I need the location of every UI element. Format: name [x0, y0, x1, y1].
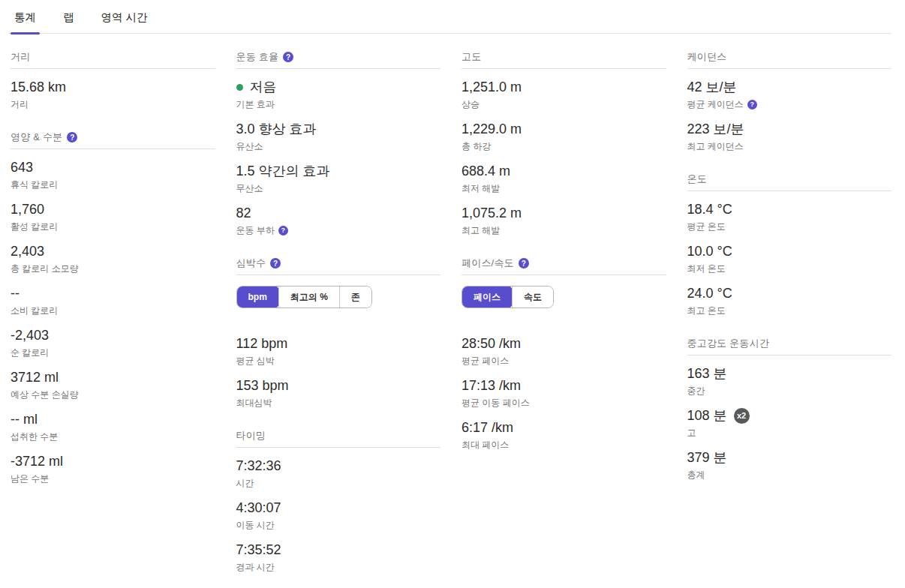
stat-value: 24.0 °C — [687, 285, 892, 302]
section-header-cadence: 케이던스 — [687, 50, 892, 69]
stat-value: 112 bpm — [236, 335, 441, 352]
stat-label-text: 소비 칼로리 — [11, 305, 58, 316]
stat-value: -2,403 — [11, 327, 215, 344]
section-title: 타이밍 — [236, 429, 266, 442]
stat-value-text: 2,403 — [11, 243, 44, 260]
stat-label-text: 평균 온도 — [687, 221, 726, 232]
stat-label-text: 기본 효과 — [236, 99, 275, 110]
tab-laps[interactable]: 랩 — [59, 10, 78, 33]
stat-item: 15.68 km거리 — [11, 79, 215, 110]
help-icon[interactable]: ? — [67, 132, 77, 142]
stat-label-text: 평균 이동 페이스 — [462, 398, 530, 408]
stat-label-text: 시간 — [236, 478, 254, 488]
stat-label-text: 거리 — [11, 99, 29, 110]
section-pace-speed: 페이스/속도?페이스속도28:50 /km평균 페이스17:13 /km평균 이… — [462, 256, 666, 450]
stat-value-text: 18.4 °C — [687, 201, 732, 218]
stat-label: 최대 페이스 — [462, 440, 666, 450]
stat-value: 1.5 약간의 효과 — [236, 163, 441, 180]
toggle-option-pace-speed-unit-1[interactable]: 속도 — [512, 286, 553, 308]
section-elevation: 고도1,251.0 m상승1,229.0 m총 하강688.4 m최저 해발1,… — [462, 50, 666, 236]
stat-label: 상승 — [462, 99, 666, 110]
stat-label-text: 순 칼로리 — [11, 347, 49, 358]
section-title: 온도 — [687, 172, 707, 186]
section-title: 페이스/속도 — [462, 256, 514, 270]
stat-item: 82운동 부하? — [236, 205, 441, 236]
stat-label-text: 최저 해발 — [462, 183, 500, 194]
stat-value-text: 4:30:07 — [236, 500, 281, 517]
help-icon[interactable]: ? — [747, 100, 757, 110]
pace-speed-unit-toggle: 페이스속도 — [462, 286, 554, 308]
stat-label: 평균 이동 페이스 — [462, 398, 666, 408]
help-icon[interactable]: ? — [278, 226, 288, 236]
help-icon[interactable]: ? — [270, 258, 281, 268]
stat-label: 평균 심박 — [236, 356, 441, 366]
section-nutrition-hydration: 영양 & 수분?643휴식 칼로리1,760활성 칼로리2,403총 칼로리 소… — [11, 130, 215, 484]
tab-statistics[interactable]: 통계 — [11, 10, 40, 33]
stat-item: 163 분중간 — [687, 365, 892, 396]
stat-label-text: 휴식 칼로리 — [11, 179, 58, 190]
stat-label-text: 최대심박 — [236, 398, 272, 408]
stat-value-text: -3712 ml — [11, 453, 63, 470]
stat-label-text: 평균 페이스 — [462, 356, 509, 366]
section-temperature: 온도18.4 °C평균 온도10.0 °C최저 온도24.0 °C최고 온도 — [687, 172, 892, 316]
section-distance: 거리15.68 km거리 — [11, 50, 215, 110]
multiplier-badge: x2 — [734, 408, 750, 424]
stat-label: 섭취한 수분 — [11, 431, 215, 442]
stat-value: 223 보/분 — [687, 121, 892, 138]
stat-value: 379 분 — [687, 449, 892, 466]
stats-column-1: 거리15.68 km거리영양 & 수분?643휴식 칼로리1,760활성 칼로리… — [11, 50, 215, 495]
stat-value-text: 108 분 — [687, 407, 727, 424]
stat-value: -- — [11, 285, 215, 302]
stat-value-text: -- ml — [11, 411, 38, 428]
stat-label-text: 평균 케이던스 — [687, 99, 744, 110]
section-header-temperature: 온도 — [687, 172, 892, 191]
stat-label: 평균 케이던스? — [687, 99, 892, 110]
stat-value-text: 7:32:36 — [236, 458, 281, 475]
stat-label-text: 총계 — [687, 470, 705, 480]
stat-value-text: 643 — [11, 159, 33, 176]
stat-item: 42 보/분평균 케이던스? — [687, 79, 892, 110]
stat-item: 7:35:52경과 시간 — [236, 542, 441, 572]
stat-item: 저음기본 효과 — [236, 79, 441, 110]
tab-zone-time[interactable]: 영역 시간 — [98, 10, 152, 33]
stat-item: 108 분x2고 — [687, 407, 892, 438]
help-icon[interactable]: ? — [283, 52, 293, 62]
stat-item: 1.5 약간의 효과무산소 — [236, 163, 441, 194]
stat-label-text: 상승 — [462, 99, 480, 110]
toggle-option-heart-rate-unit-1[interactable]: 최고의 % — [278, 286, 339, 308]
stat-label: 평균 페이스 — [462, 356, 666, 366]
stat-value-text: 24.0 °C — [687, 285, 732, 302]
stat-value: 6:17 /km — [462, 419, 666, 436]
stat-value-text: -- — [11, 285, 20, 302]
toggle-option-pace-speed-unit-0[interactable]: 페이스 — [462, 286, 513, 308]
section-title: 심박수 — [236, 256, 266, 270]
stat-item: 1,251.0 m상승 — [462, 79, 666, 110]
stat-value: 163 분 — [687, 365, 892, 382]
stat-value-text: 저음 — [250, 79, 277, 96]
stat-label-text: 최고 온도 — [687, 305, 726, 316]
stat-item: 1,760활성 칼로리 — [11, 201, 215, 232]
stat-label-text: 최저 온도 — [687, 263, 726, 274]
stat-item: 379 분총계 — [687, 449, 892, 480]
tab-bar: 통계 랩 영역 시간 — [9, 0, 891, 34]
stat-value: 저음 — [236, 79, 441, 96]
status-dot — [236, 84, 243, 91]
stat-value: 42 보/분 — [687, 79, 892, 96]
stat-value: 15.68 km — [11, 79, 215, 96]
stat-value: -3712 ml — [11, 453, 215, 470]
section-title: 거리 — [11, 50, 30, 64]
help-icon[interactable]: ? — [519, 258, 529, 268]
stat-label: 최저 해발 — [462, 183, 666, 194]
stat-value-text: 17:13 /km — [462, 377, 521, 394]
stat-item: 6:17 /km최대 페이스 — [462, 419, 666, 450]
stat-value: 2,403 — [11, 243, 215, 260]
toggle-option-heart-rate-unit-0[interactable]: bpm — [236, 286, 279, 308]
toggle-option-heart-rate-unit-2[interactable]: 존 — [339, 286, 371, 308]
stat-label: 최저 온도 — [687, 263, 892, 274]
stat-value-text: 1,075.2 m — [462, 205, 522, 222]
stat-label: 최고 케이던스 — [687, 141, 892, 152]
stat-item: 7:32:36시간 — [236, 458, 441, 488]
stat-value-text: 28:50 /km — [462, 335, 521, 352]
stat-item: -- ml섭취한 수분 — [11, 411, 215, 442]
stat-value: 10.0 °C — [687, 243, 892, 260]
